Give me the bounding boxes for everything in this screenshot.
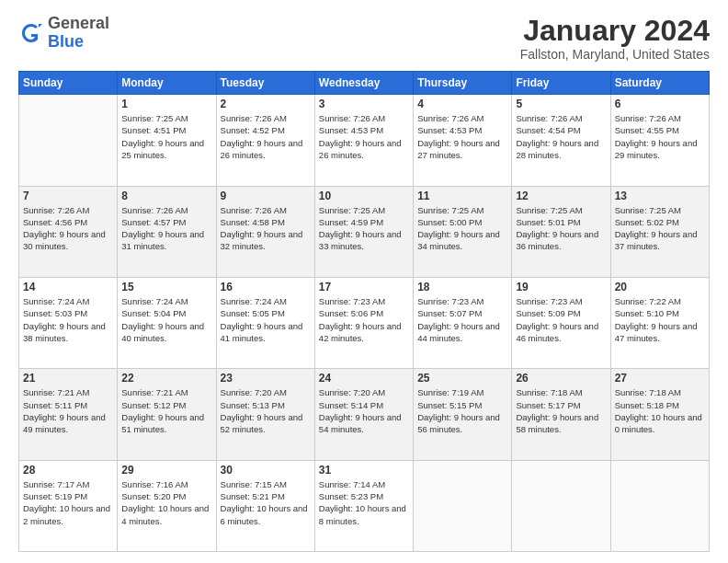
logo-text: General Blue [48, 15, 109, 52]
day-number: 11 [417, 190, 507, 202]
day-number: 13 [615, 190, 705, 202]
day-info: Sunrise: 7:26 AMSunset: 4:53 PMDaylight:… [319, 112, 409, 161]
calendar-cell: 20Sunrise: 7:22 AMSunset: 5:10 PMDayligh… [610, 277, 709, 368]
day-info: Sunrise: 7:18 AMSunset: 5:17 PMDaylight:… [516, 386, 606, 435]
day-info: Sunrise: 7:23 AMSunset: 5:06 PMDaylight:… [319, 295, 409, 344]
calendar-cell [414, 460, 512, 551]
logo-icon [18, 20, 44, 46]
day-info: Sunrise: 7:24 AMSunset: 5:05 PMDaylight:… [221, 295, 311, 344]
calendar-cell: 18Sunrise: 7:23 AMSunset: 5:07 PMDayligh… [414, 277, 512, 368]
day-info: Sunrise: 7:14 AMSunset: 5:23 PMDaylight:… [319, 478, 409, 527]
day-number: 15 [121, 281, 211, 293]
col-monday: Monday [118, 72, 216, 95]
main-title: January 2024 [520, 15, 710, 47]
calendar-cell [610, 460, 709, 551]
calendar-cell: 27Sunrise: 7:18 AMSunset: 5:18 PMDayligh… [610, 369, 709, 460]
calendar-cell: 19Sunrise: 7:23 AMSunset: 5:09 PMDayligh… [512, 277, 610, 368]
calendar-week-row: 7Sunrise: 7:26 AMSunset: 4:56 PMDaylight… [19, 186, 710, 277]
calendar-cell: 3Sunrise: 7:26 AMSunset: 4:53 PMDaylight… [314, 95, 413, 186]
calendar-week-row: 28Sunrise: 7:17 AMSunset: 5:19 PMDayligh… [19, 460, 710, 551]
day-info: Sunrise: 7:24 AMSunset: 5:03 PMDaylight:… [23, 295, 113, 344]
day-info: Sunrise: 7:19 AMSunset: 5:15 PMDaylight:… [417, 386, 507, 435]
day-number: 18 [417, 281, 507, 293]
day-info: Sunrise: 7:26 AMSunset: 4:54 PMDaylight:… [516, 112, 606, 161]
calendar-week-row: 14Sunrise: 7:24 AMSunset: 5:03 PMDayligh… [19, 277, 710, 368]
calendar-cell: 25Sunrise: 7:19 AMSunset: 5:15 PMDayligh… [414, 369, 512, 460]
calendar-cell: 1Sunrise: 7:25 AMSunset: 4:51 PMDaylight… [118, 95, 216, 186]
day-number: 9 [221, 190, 311, 202]
day-number: 17 [319, 281, 409, 293]
day-info: Sunrise: 7:20 AMSunset: 5:14 PMDaylight:… [319, 386, 409, 435]
day-info: Sunrise: 7:25 AMSunset: 4:51 PMDaylight:… [121, 112, 211, 161]
calendar-cell: 30Sunrise: 7:15 AMSunset: 5:21 PMDayligh… [216, 460, 314, 551]
day-info: Sunrise: 7:25 AMSunset: 5:01 PMDaylight:… [516, 204, 606, 253]
day-info: Sunrise: 7:15 AMSunset: 5:21 PMDaylight:… [221, 478, 311, 527]
day-info: Sunrise: 7:18 AMSunset: 5:18 PMDaylight:… [615, 386, 705, 435]
day-info: Sunrise: 7:17 AMSunset: 5:19 PMDaylight:… [23, 478, 113, 527]
calendar-cell: 22Sunrise: 7:21 AMSunset: 5:12 PMDayligh… [118, 369, 216, 460]
day-number: 24 [319, 372, 409, 385]
calendar-week-row: 1Sunrise: 7:25 AMSunset: 4:51 PMDaylight… [19, 95, 710, 186]
day-number: 30 [221, 464, 311, 477]
calendar-cell: 21Sunrise: 7:21 AMSunset: 5:11 PMDayligh… [19, 369, 118, 460]
day-info: Sunrise: 7:26 AMSunset: 4:53 PMDaylight:… [417, 112, 507, 161]
day-info: Sunrise: 7:26 AMSunset: 4:55 PMDaylight:… [615, 112, 705, 161]
day-number: 23 [221, 372, 311, 385]
calendar-cell: 6Sunrise: 7:26 AMSunset: 4:55 PMDaylight… [610, 95, 709, 186]
calendar-cell [512, 460, 610, 551]
day-number: 10 [319, 190, 409, 202]
calendar-cell: 13Sunrise: 7:25 AMSunset: 5:02 PMDayligh… [610, 186, 709, 277]
calendar-cell: 14Sunrise: 7:24 AMSunset: 5:03 PMDayligh… [19, 277, 118, 368]
day-info: Sunrise: 7:23 AMSunset: 5:07 PMDaylight:… [417, 295, 507, 344]
calendar-cell: 2Sunrise: 7:26 AMSunset: 4:52 PMDaylight… [216, 95, 314, 186]
col-saturday: Saturday [610, 72, 709, 95]
calendar-cell: 4Sunrise: 7:26 AMSunset: 4:53 PMDaylight… [414, 95, 512, 186]
day-number: 7 [23, 190, 113, 202]
day-number: 6 [615, 98, 705, 110]
col-friday: Friday [512, 72, 610, 95]
day-info: Sunrise: 7:21 AMSunset: 5:11 PMDaylight:… [23, 386, 113, 435]
col-wednesday: Wednesday [314, 72, 413, 95]
day-number: 25 [417, 372, 507, 385]
calendar-body: 1Sunrise: 7:25 AMSunset: 4:51 PMDaylight… [19, 95, 710, 552]
calendar-cell: 9Sunrise: 7:26 AMSunset: 4:58 PMDaylight… [216, 186, 314, 277]
day-number: 4 [417, 98, 507, 110]
day-number: 20 [615, 281, 705, 293]
day-number: 14 [23, 281, 113, 293]
subtitle: Fallston, Maryland, United States [520, 47, 710, 62]
day-info: Sunrise: 7:24 AMSunset: 5:04 PMDaylight:… [121, 295, 211, 344]
col-thursday: Thursday [414, 72, 512, 95]
logo-general-text: General [48, 14, 109, 32]
day-number: 27 [615, 372, 705, 385]
day-info: Sunrise: 7:26 AMSunset: 4:58 PMDaylight:… [221, 204, 311, 253]
day-info: Sunrise: 7:16 AMSunset: 5:20 PMDaylight:… [121, 478, 211, 527]
day-info: Sunrise: 7:20 AMSunset: 5:13 PMDaylight:… [221, 386, 311, 435]
logo-blue-text: Blue [48, 32, 84, 51]
calendar-table: Sunday Monday Tuesday Wednesday Thursday… [18, 71, 710, 552]
calendar-cell: 11Sunrise: 7:25 AMSunset: 5:00 PMDayligh… [414, 186, 512, 277]
day-info: Sunrise: 7:25 AMSunset: 4:59 PMDaylight:… [319, 204, 409, 253]
day-number: 22 [121, 372, 211, 385]
day-info: Sunrise: 7:25 AMSunset: 5:02 PMDaylight:… [615, 204, 705, 253]
day-number: 12 [516, 190, 606, 202]
calendar-cell: 24Sunrise: 7:20 AMSunset: 5:14 PMDayligh… [314, 369, 413, 460]
day-number: 3 [319, 98, 409, 110]
col-sunday: Sunday [19, 72, 118, 95]
logo: General Blue [18, 15, 109, 52]
calendar-cell [19, 95, 118, 186]
day-info: Sunrise: 7:26 AMSunset: 4:52 PMDaylight:… [221, 112, 311, 161]
day-number: 5 [516, 98, 606, 110]
day-number: 8 [121, 190, 211, 202]
calendar-cell: 15Sunrise: 7:24 AMSunset: 5:04 PMDayligh… [118, 277, 216, 368]
col-tuesday: Tuesday [216, 72, 314, 95]
day-number: 21 [23, 372, 113, 385]
day-number: 28 [23, 464, 113, 477]
calendar-cell: 31Sunrise: 7:14 AMSunset: 5:23 PMDayligh… [314, 460, 413, 551]
day-info: Sunrise: 7:25 AMSunset: 5:00 PMDaylight:… [417, 204, 507, 253]
calendar-header-row: Sunday Monday Tuesday Wednesday Thursday… [19, 72, 710, 95]
calendar-cell: 26Sunrise: 7:18 AMSunset: 5:17 PMDayligh… [512, 369, 610, 460]
day-number: 29 [121, 464, 211, 477]
day-number: 26 [516, 372, 606, 385]
day-info: Sunrise: 7:21 AMSunset: 5:12 PMDaylight:… [121, 386, 211, 435]
title-block: January 2024 Fallston, Maryland, United … [520, 15, 710, 62]
